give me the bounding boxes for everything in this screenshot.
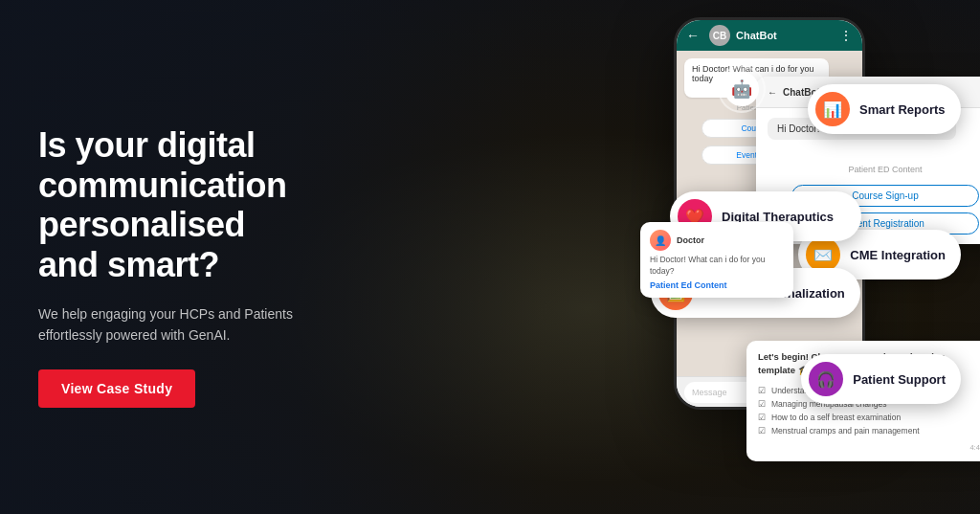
doctor-bubble: 👤 Doctor Hi Doctor! What can i do for yo… [640,222,793,298]
feature-card-patient-support: 🎧 Patient Support [801,354,961,404]
feature-card-smart-reports: 📊 Smart Reports [808,84,961,134]
patient-support-icon: 🎧 [809,362,843,396]
view-case-study-button[interactable]: View Case Study [38,369,195,408]
left-panel: Is your digital communication personalis… [0,0,345,514]
doctor-name: Doctor [677,235,704,245]
phone-avatar: CB [709,25,730,46]
cme-icon: ✉️ [806,237,840,272]
edu-item-4: Menstrual cramps and pain management [758,424,980,437]
edu-item-3: How to do a self breast examination [758,411,980,424]
cme-label: CME Integration [850,248,946,262]
phone-status-bar: ← CB ChatBot ⋮ [677,20,862,51]
phone-back-icon: ← [686,28,700,43]
edu-popup-time: 4:45 [758,443,980,452]
phone-contact-name: ChatBot [736,30,834,41]
chat-time-1: 14:41 [768,145,980,154]
patient-support-label: Patient Support [853,372,946,387]
doctor-avatar: 👤 [650,230,671,251]
doctor-reply-text: Patient Ed Content [650,280,784,290]
doctor-question-text: Hi Doctor! What can i do for you today? [650,255,784,278]
hero-subtitle: We help engaging your HCPs and Patients … [38,303,306,346]
doctor-bubble-header: 👤 Doctor [650,230,784,251]
content-wrapper: Is your digital communication personalis… [0,0,980,514]
option-patient-ed[interactable]: Patient ED Content [791,160,980,179]
right-panel: 🤖 ← ChatBot online ⋮ Hi Doctor! What can… [345,0,980,514]
chatbot-icon: 🤖 [724,72,759,106]
smart-reports-label: Smart Reports [859,102,946,117]
chat-back-icon: ← [768,87,777,98]
smart-reports-icon: 📊 [815,92,850,126]
hero-title: Is your digital communication personalis… [38,125,306,284]
chatbot-icon-circle: 🤖 [718,65,766,113]
phone-input-placeholder: Message [692,388,727,397]
phone-more-icon: ⋮ [839,28,853,43]
